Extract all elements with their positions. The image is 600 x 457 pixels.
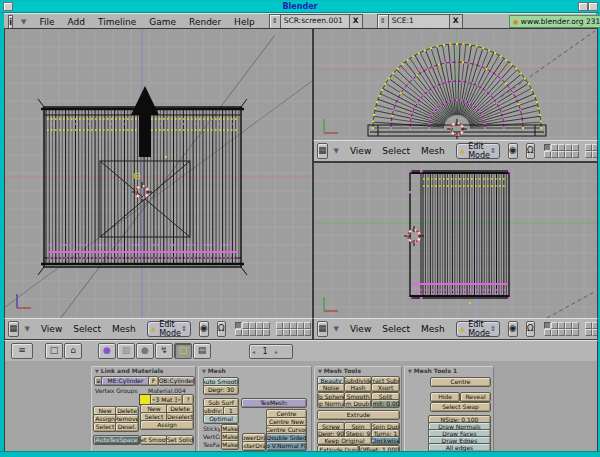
buttons-window-type-icon[interactable]: ≡ — [11, 343, 33, 359]
draw-type-icon[interactable]: ◉ — [199, 321, 209, 337]
set-solid-button[interactable]: Set Solid — [166, 435, 194, 445]
rotation-pivot-icon[interactable]: Ω — [526, 143, 535, 159]
maximize-button[interactable] — [578, 2, 588, 11]
layer-toggle[interactable] — [249, 322, 256, 329]
logic-button-icon[interactable]: ● — [98, 343, 116, 359]
hash-button[interactable]: Hash — [344, 383, 372, 392]
layer-toggle[interactable] — [572, 329, 579, 336]
layer-toggle[interactable] — [242, 329, 249, 336]
layer-toggle[interactable] — [585, 322, 592, 329]
layer-toggle[interactable] — [276, 322, 283, 329]
rem-doubles-button[interactable]: Rem Doubles — [344, 399, 372, 408]
layer-toggle[interactable] — [283, 322, 290, 329]
flip-normals-button[interactable]: Flip Normals — [317, 399, 345, 408]
layer-toggle[interactable] — [249, 329, 256, 336]
layer-toggle[interactable] — [235, 322, 242, 329]
limit-field[interactable]: Limit: 0.001 — [371, 399, 400, 408]
layer-toggle[interactable] — [304, 322, 311, 329]
scene-button-icon[interactable]: ▤ — [193, 343, 211, 359]
layer-group[interactable] — [235, 322, 271, 336]
menu-game[interactable]: Game — [149, 17, 176, 27]
screen-delete-button[interactable]: X — [350, 14, 363, 29]
home-icon[interactable]: ⌂ — [64, 343, 82, 359]
layer-group[interactable] — [585, 322, 598, 336]
layer-toggle[interactable] — [551, 151, 558, 158]
layer-toggle[interactable] — [290, 329, 297, 336]
layer-toggle[interactable] — [283, 329, 290, 336]
menu-render[interactable]: Render — [189, 17, 221, 27]
vgroup-deselect-button[interactable]: Desel. — [115, 422, 139, 432]
keep-original-toggle[interactable]: Keep Original — [317, 436, 372, 445]
rotation-pivot-icon[interactable]: Ω — [217, 321, 226, 337]
menu-select[interactable]: Select — [73, 324, 101, 334]
header-menu-collapse-icon[interactable]: ▼ — [334, 325, 339, 333]
menu-file[interactable]: File — [39, 17, 54, 27]
layer-toggle[interactable] — [235, 329, 242, 336]
select-swap-button[interactable]: Select Swap — [430, 402, 491, 412]
optimal-toggle[interactable]: Optimal — [203, 414, 239, 424]
panel-header[interactable]: ▼Link and Materials — [95, 367, 163, 374]
degr-field[interactable]: Degr: 30 — [203, 385, 239, 395]
menu-view[interactable]: View — [350, 324, 371, 334]
menu-select[interactable]: Select — [382, 146, 410, 156]
layer-toggle[interactable] — [558, 151, 565, 158]
layer-toggle[interactable] — [242, 322, 249, 329]
panel-align-icon[interactable]: □ — [45, 343, 63, 359]
layer-toggle[interactable] — [263, 322, 270, 329]
texmesh-field[interactable]: TexMesh: — [241, 398, 307, 408]
menu-timeline[interactable]: Timeline — [98, 17, 136, 27]
viewport-top-canvas[interactable] — [313, 28, 598, 142]
layer-toggle[interactable] — [297, 322, 304, 329]
frame-down-icon[interactable]: ◂ — [250, 348, 257, 355]
layer-toggle[interactable] — [572, 151, 579, 158]
frame-field[interactable]: ◂ 1 ▸ — [249, 344, 293, 359]
no-vnormal-flip-toggle[interactable]: No V.Normal Flip — [266, 441, 307, 451]
layer-toggle[interactable] — [572, 144, 579, 151]
layer-toggle[interactable] — [592, 151, 598, 158]
titlebar[interactable]: Blender — [1, 1, 599, 13]
script-button-icon[interactable]: ▨ — [117, 343, 135, 359]
layer-toggle[interactable] — [544, 322, 551, 329]
draw-type-icon[interactable]: ◉ — [508, 321, 518, 337]
layer-toggle[interactable] — [551, 144, 558, 151]
menu-add[interactable]: Add — [68, 17, 85, 27]
layer-buttons[interactable] — [235, 322, 313, 336]
layer-toggle[interactable] — [558, 322, 565, 329]
layer-toggle[interactable] — [297, 329, 304, 336]
menu-view[interactable]: View — [350, 146, 371, 156]
editing-button-icon[interactable]: □ — [174, 343, 192, 359]
window-menu-button[interactable] — [3, 2, 13, 11]
mesh-name-field[interactable]: ME:Cylinder — [101, 376, 150, 386]
layer-toggle[interactable] — [551, 329, 558, 336]
layer-buttons[interactable] — [544, 144, 598, 158]
layer-toggle[interactable] — [256, 329, 263, 336]
layer-toggle[interactable] — [551, 322, 558, 329]
layer-toggle[interactable] — [544, 144, 551, 151]
frame-up-icon[interactable]: ▸ — [273, 348, 280, 355]
layer-toggle[interactable] — [558, 329, 565, 336]
layer-toggle[interactable] — [585, 151, 592, 158]
faster-draw-button[interactable]: FasterDraw — [242, 441, 266, 451]
menu-mesh[interactable]: Mesh — [112, 324, 136, 334]
reveal-button[interactable]: Reveal — [460, 392, 491, 402]
shading-button-icon[interactable]: ● — [136, 343, 154, 359]
vgroup-select-button[interactable]: Select — [93, 422, 117, 432]
layer-toggle[interactable] — [565, 329, 572, 336]
set-smooth-button[interactable]: Set Smooth — [140, 435, 168, 445]
window-type-icon[interactable]: i — [8, 15, 13, 29]
screen-browse-icon[interactable]: ⇕ — [269, 14, 281, 29]
xsort-button[interactable]: Xsort — [371, 383, 400, 392]
viewport-type-icon[interactable]: ▦ — [317, 143, 328, 159]
screen-name-field[interactable]: SCR:screen.001 — [281, 14, 350, 29]
layer-toggle[interactable] — [565, 151, 572, 158]
layer-toggle[interactable] — [276, 329, 283, 336]
autotexspace-toggle[interactable]: AutoTexSpace — [93, 435, 140, 445]
viewport-type-icon[interactable]: ▦ — [8, 321, 19, 337]
mode-dropdown[interactable]: ▲ Edit Mode ⇕ — [147, 321, 191, 337]
centre-button[interactable]: Centre — [430, 377, 491, 387]
layer-toggle[interactable] — [290, 322, 297, 329]
layer-group[interactable] — [544, 322, 580, 336]
scene-name-field[interactable]: SCE:1 — [389, 14, 450, 29]
layer-group[interactable] — [585, 144, 598, 158]
panel-header[interactable]: ▼Mesh Tools — [318, 367, 361, 374]
